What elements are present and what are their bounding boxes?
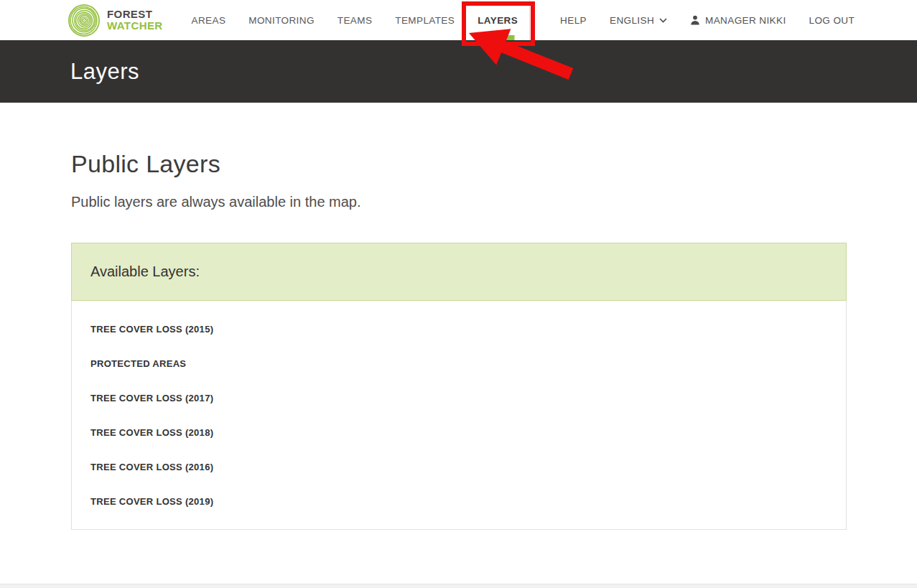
list-item[interactable]: TREE COVER LOSS (2016)	[72, 449, 846, 484]
layer-label: TREE COVER LOSS (2016)	[90, 462, 213, 472]
nav-divider	[529, 0, 530, 40]
user-name-label: MANAGER NIKKI	[705, 15, 786, 26]
layer-label: TREE COVER LOSS (2015)	[90, 324, 213, 335]
tree-rings-logo-icon	[68, 4, 101, 37]
page-title: Layers	[70, 59, 139, 85]
footer-edge	[0, 584, 917, 588]
nav-item-help-label: HELP	[560, 15, 587, 26]
panel-header: Available Layers:	[71, 243, 847, 301]
available-layers-panel: Available Layers: TREE COVER LOSS (2015)…	[71, 243, 847, 530]
nav-item-templates-label: TEMPLATES	[395, 15, 455, 26]
layers-list: TREE COVER LOSS (2015) PROTECTED AREAS T…	[71, 301, 847, 530]
list-item[interactable]: TREE COVER LOSS (2017)	[72, 381, 846, 415]
layer-label: TREE COVER LOSS (2019)	[90, 496, 213, 507]
nav-item-templates[interactable]: TEMPLATES	[383, 0, 466, 40]
list-item[interactable]: TREE COVER LOSS (2015)	[72, 312, 846, 346]
page-header-bar: Layers	[0, 40, 917, 103]
nav-item-teams[interactable]: TEAMS	[326, 0, 384, 40]
list-item[interactable]: TREE COVER LOSS (2018)	[72, 415, 846, 449]
nav-item-monitoring[interactable]: MONITORING	[237, 0, 326, 40]
language-selected-label: ENGLISH	[610, 15, 654, 26]
logout-label: LOG OUT	[809, 15, 855, 26]
user-menu[interactable]: MANAGER NIKKI	[679, 0, 797, 40]
list-item[interactable]: TREE COVER LOSS (2019)	[72, 484, 846, 518]
nav-item-layers-label: LAYERS	[478, 15, 518, 26]
secondary-nav-links: HELP ENGLISH MANAGER NIKKI LOG OUT	[529, 0, 866, 40]
top-navigation: FOREST WATCHER AREAS MONITORING TEAMS TE…	[0, 0, 917, 40]
active-tab-underline	[481, 35, 515, 40]
chevron-down-icon	[659, 18, 667, 23]
main-content: Public Layers Public layers are always a…	[0, 150, 917, 530]
section-subtitle: Public layers are always available in th…	[71, 194, 846, 210]
layer-label: PROTECTED AREAS	[90, 358, 186, 369]
nav-item-areas-label: AREAS	[192, 15, 226, 26]
logo-word-forest: FOREST	[107, 9, 163, 20]
primary-nav-links: AREAS MONITORING TEAMS TEMPLATES LAYERS	[180, 0, 530, 40]
section-title: Public Layers	[71, 150, 846, 178]
logo-wordmark: FOREST WATCHER	[107, 9, 163, 32]
logo-word-watcher: WATCHER	[107, 20, 163, 32]
nav-item-layers[interactable]: LAYERS	[466, 0, 529, 40]
forest-watcher-logo[interactable]: FOREST WATCHER	[68, 4, 163, 37]
nav-item-monitoring-label: MONITORING	[248, 15, 315, 26]
nav-item-help[interactable]: HELP	[549, 0, 598, 40]
nav-item-teams-label: TEAMS	[338, 15, 373, 26]
panel-header-title: Available Layers:	[90, 263, 200, 280]
person-icon	[690, 15, 700, 25]
layer-label: TREE COVER LOSS (2018)	[90, 427, 213, 438]
language-selector[interactable]: ENGLISH	[598, 0, 679, 40]
logout-button[interactable]: LOG OUT	[798, 0, 867, 40]
nav-item-areas[interactable]: AREAS	[180, 0, 238, 40]
layer-label: TREE COVER LOSS (2017)	[90, 393, 213, 403]
list-item[interactable]: PROTECTED AREAS	[72, 346, 846, 381]
